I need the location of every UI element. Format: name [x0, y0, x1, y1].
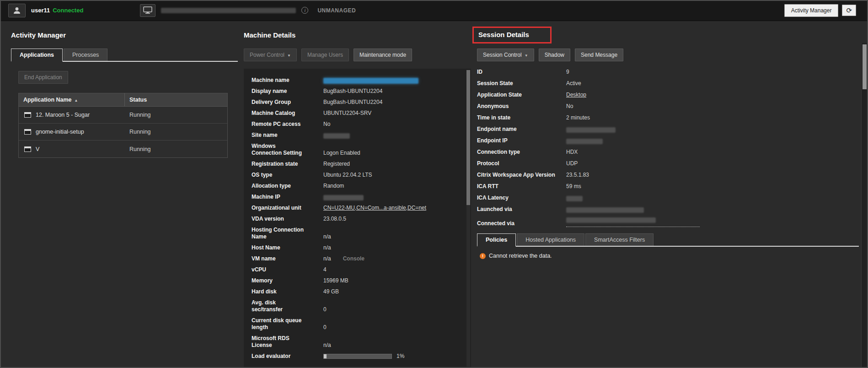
detail-value: 15969 MB — [323, 277, 348, 284]
detail-label: ICA Latency — [477, 195, 566, 201]
session-detail-row: Launched via — [477, 206, 859, 213]
unmanaged-label: UNMANAGED — [317, 7, 356, 14]
application-status: Running — [125, 112, 227, 118]
session-details-title: Session Details — [478, 31, 529, 38]
detail-label: Windows Connection Setting — [252, 143, 323, 157]
machine-detail-row: VDA version 23.08.0.5 — [252, 216, 462, 222]
session-detail-row: Anonymous No — [477, 103, 859, 110]
detail-label: Connection type — [477, 149, 566, 156]
button-label: Power Control — [250, 52, 284, 58]
tab-applications[interactable]: Applications — [11, 49, 63, 62]
tab-processes[interactable]: Processes — [64, 49, 107, 61]
monitor-icon — [140, 4, 155, 17]
application-status: Running — [125, 129, 227, 135]
manage-users-button[interactable]: Manage Users — [301, 49, 349, 61]
tab-smartaccess-filters[interactable]: SmartAccess Filters — [585, 233, 654, 246]
table-row[interactable]: 12. Maroon 5 - Sugar Running — [19, 107, 227, 124]
activity-manager-panel: Activity Manager Applications Processes … — [11, 26, 238, 158]
refresh-button[interactable]: ⟳ — [842, 5, 856, 16]
detail-label: vCPU — [252, 266, 323, 273]
machine-detail-row: Display name BugBash-UBUNTU2204 — [252, 88, 462, 95]
error-message: Cannot retrieve the data. — [489, 253, 552, 259]
application-name: gnome-initial-setup — [36, 129, 84, 135]
detail-label: Delivery Group — [252, 99, 323, 106]
load-evaluator-bar — [323, 354, 392, 359]
machine-detail-row: Load evaluator 1% — [252, 353, 462, 360]
person-glyph — [12, 6, 21, 15]
username: user11 — [31, 7, 50, 14]
machine-pane-scrollbar-thumb[interactable] — [466, 70, 470, 205]
column-label: Application Name — [23, 97, 72, 103]
column-header-application-name[interactable]: Application Name▲ — [19, 93, 125, 106]
detail-value: n/a — [323, 233, 331, 240]
chevron-down-icon: ▼ — [525, 54, 528, 58]
detail-value: 49 GB — [323, 288, 339, 295]
machine-detail-row: Site name — [252, 132, 462, 139]
machine-detail-row: vCPU 4 — [252, 266, 462, 273]
table-row[interactable]: V Running — [19, 141, 227, 157]
detail-label: OS type — [252, 172, 323, 179]
tab-hosted-applications[interactable]: Hosted Applications — [517, 233, 584, 246]
detail-value: Ubuntu 22.04.2 LTS — [323, 172, 372, 179]
application-state-link[interactable]: Desktop — [566, 92, 586, 98]
detail-value: 4 — [323, 266, 327, 273]
session-detail-row: ICA Latency — [477, 195, 859, 201]
detail-value: n/a — [323, 255, 331, 262]
machine-detail-row: Avg. disk sec/transfer 0 — [252, 299, 462, 313]
detail-value: 0 — [323, 306, 327, 313]
detail-label: Protocol — [477, 160, 566, 167]
detail-label: ICA RTT — [477, 183, 566, 190]
console-link[interactable]: Console — [343, 255, 364, 262]
application-window-icon — [24, 146, 31, 152]
connected-via-tooltip-underline — [566, 217, 700, 227]
machine-detail-row: Organizational unit CN=U22-MU,CN=Com...a… — [252, 205, 462, 211]
sort-asc-icon: ▲ — [75, 98, 78, 103]
machine-detail-row: Hosting Connection Name n/a — [252, 227, 462, 240]
detail-label: Organizational unit — [252, 205, 323, 211]
activity-tabstrip: Applications Processes — [11, 49, 238, 62]
maintenance-mode-button[interactable]: Maintenance mode — [354, 49, 412, 61]
session-detail-row: ICA RTT 59 ms — [477, 183, 859, 190]
power-control-button[interactable]: Power Control▼ — [244, 49, 297, 61]
machine-detail-row: Allocation type Random — [252, 183, 462, 189]
detail-label: Launched via — [477, 206, 566, 213]
detail-value: Logon Enabled — [323, 150, 360, 157]
page-scrollbar[interactable] — [861, 43, 867, 367]
redacted-machine-name-link[interactable] — [323, 78, 418, 84]
button-label: Session Control — [483, 52, 522, 58]
machine-detail-row: Machine Catalog UBUNTU2204-SRV — [252, 110, 462, 117]
detail-label: Hosting Connection Name — [252, 227, 323, 240]
shadow-button[interactable]: Shadow — [539, 49, 570, 61]
detail-value: 2 minutes — [566, 114, 590, 121]
topbar: user11Connected i UNMANAGED Activity Man… — [0, 0, 868, 21]
redacted-endpoint-ip — [566, 139, 603, 144]
machine-pane-scrollbar[interactable] — [466, 70, 470, 367]
detail-value: 59 ms — [566, 183, 581, 190]
page-scrollbar-thumb[interactable] — [863, 44, 867, 89]
tab-policies[interactable]: Policies — [477, 233, 516, 247]
send-message-button[interactable]: Send Message — [575, 49, 623, 61]
detail-label: Display name — [252, 88, 323, 95]
machine-detail-row: Delivery Group BugBash-UBUNTU2204 — [252, 99, 462, 106]
session-detail-row: ID 9 — [477, 69, 859, 76]
organizational-unit-link[interactable]: CN=U22-MU,CN=Com...a-ansible,DC=net — [323, 205, 426, 211]
load-evaluator-percent: 1% — [396, 353, 404, 360]
column-header-status[interactable]: Status — [125, 93, 227, 106]
application-name: V — [36, 146, 39, 152]
activity-manager-button[interactable]: Activity Manager — [784, 4, 839, 17]
table-row[interactable]: gnome-initial-setup Running — [19, 124, 227, 141]
detail-label: Time in state — [477, 114, 566, 121]
detail-label: Current disk queue length — [252, 317, 323, 331]
detail-value: 9 — [566, 69, 569, 76]
redacted-launched-via — [566, 207, 644, 213]
activity-manager-title: Activity Manager — [11, 31, 66, 39]
table-header: Application Name▲ Status — [19, 93, 227, 107]
session-detail-row: Session State Active — [477, 80, 859, 87]
detail-label: Allocation type — [252, 183, 323, 189]
session-details-list: ID 9 Session State Active Application St… — [477, 69, 859, 227]
end-application-button[interactable]: End Application — [18, 71, 68, 84]
info-icon[interactable]: i — [301, 7, 308, 14]
machine-detail-row: OS type Ubuntu 22.04.2 LTS — [252, 172, 462, 179]
session-control-button[interactable]: Session Control▼ — [477, 49, 534, 61]
machine-detail-row: Microsoft RDS License n/a — [252, 335, 462, 349]
